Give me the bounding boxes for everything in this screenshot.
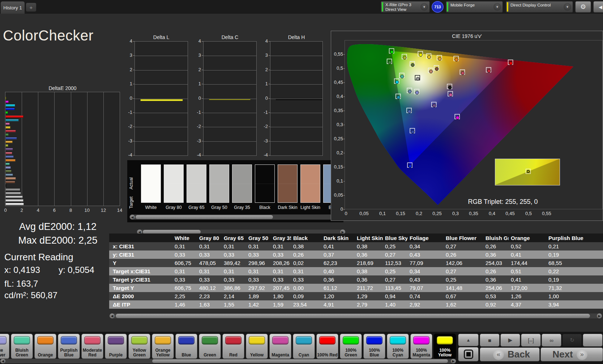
column-header-foliage: Foliage — [407, 234, 444, 242]
table-row: ΔE 20002,252,232,141,891,800,091,201,290… — [109, 292, 603, 300]
table-cell: 142,06 — [444, 259, 483, 267]
patch-button-100-yellow[interactable]: 100% Yellow — [434, 334, 456, 359]
table-cell: 0,31 — [246, 242, 271, 250]
measured-dot-foliage — [411, 63, 414, 67]
scroll-right-icon[interactable]: ▶ — [597, 313, 602, 318]
tick-mark — [133, 127, 134, 127]
x-tick-label: 0,55 — [541, 211, 552, 216]
patch-button-orange-yellow[interactable]: Orange Yellow — [152, 334, 174, 359]
table-row: x: CIE310,310,310,310,310,310,380,410,38… — [109, 242, 603, 250]
workflow-dropdown[interactable]: Mobile Forge ▼ — [446, 1, 503, 13]
measured-dot-yellow — [427, 55, 431, 59]
x-tick-label: 14 — [115, 207, 124, 213]
settings-button[interactable]: ⚙ — [575, 1, 591, 13]
gridline — [135, 56, 188, 56]
patch-button-yellow-green[interactable]: Yellow Green — [128, 334, 150, 359]
scroll-right-icon[interactable]: ▶ — [451, 359, 456, 363]
y-tick-label: -3 — [260, 138, 268, 144]
patch-button-100-red[interactable]: 100% Red — [316, 334, 338, 359]
cie-chromaticity-diagram[interactable] — [345, 40, 603, 209]
table-cell: 1,59 — [271, 300, 291, 309]
gridline — [204, 84, 256, 85]
table-corner — [109, 234, 172, 242]
measured-dot-blue — [411, 130, 414, 133]
display-control-dropdown[interactable]: Direct Display Control ▼ — [506, 1, 573, 13]
refresh-button[interactable]: ↻ — [562, 334, 582, 347]
table-cell: 0,38 — [291, 242, 321, 250]
patch-button-purple[interactable]: Purple — [105, 334, 127, 359]
y-tick-label: 0,4 — [332, 94, 343, 99]
swatch-divider — [301, 184, 320, 184]
table-cell: 2,79 — [355, 300, 383, 309]
patch-button-purplish-blue[interactable]: Purplish Blue — [58, 334, 80, 359]
scrollbar-thumb[interactable] — [152, 359, 448, 363]
tab-history-1[interactable]: History 1 — [1, 1, 25, 14]
patch-button-100-magenta[interactable]: 100% Magenta — [410, 334, 432, 359]
scroll-left-icon[interactable]: ◀ — [0, 359, 5, 363]
scroll-up-button[interactable]: ▲ — [458, 334, 479, 346]
patch-label: 100% Red — [317, 353, 338, 357]
measured-dot-magenta — [449, 93, 452, 97]
patch-button-100-cyan[interactable]: 100% Cyan — [387, 334, 409, 359]
display-status-bar — [507, 2, 508, 12]
table-cell: 0,36 — [483, 250, 509, 259]
meter-count-badge[interactable]: 713 — [432, 1, 444, 13]
meter-dropdown[interactable]: X-Rite i1Pro 3Direct View ▼ — [381, 1, 430, 13]
patch-button-moderate-red[interactable]: Moderate Red — [81, 334, 103, 359]
record-button[interactable] — [583, 334, 603, 347]
pattern-window-button[interactable]: [–] — [521, 334, 541, 347]
patch-button-yellow[interactable]: Yellow — [246, 334, 268, 359]
patch-chip — [37, 336, 54, 344]
table-cell: 0,31 — [197, 267, 222, 275]
table-cell: 4,37 — [509, 300, 546, 309]
gridline — [270, 84, 322, 85]
table-cell: 172,00 — [509, 284, 546, 292]
de-bar-moderate-red — [5, 152, 12, 154]
table-row: y: CIE310,330,330,330,330,330,260,370,36… — [109, 250, 603, 259]
scroll-left-icon[interactable]: ◀ — [130, 215, 135, 219]
y-tick-label: 0,35 — [332, 108, 343, 113]
patch-button-100-blue[interactable]: 100% Blue — [363, 334, 385, 359]
measured-dot-cyan — [397, 96, 400, 99]
back-button[interactable]: « Back — [480, 347, 540, 361]
table-cell: 77,09 — [407, 259, 444, 267]
tick-mark — [343, 153, 345, 153]
patch-button-blue-flower[interactable]: Blue Flower — [0, 334, 9, 359]
add-tab-button[interactable]: + — [26, 3, 36, 12]
patch-button-green[interactable]: Green — [199, 334, 221, 359]
workflow-dropdown-label: Mobile Forge — [450, 3, 475, 8]
patch-button-orange[interactable]: Orange — [34, 334, 56, 359]
table-cell: 174,44 — [509, 259, 546, 267]
column-header-blue-flower: Blue Flower — [444, 234, 483, 242]
x-tick-label: 0,05 — [359, 211, 369, 216]
patch-button-red[interactable]: Red — [222, 334, 244, 359]
tick-mark — [343, 209, 345, 210]
swatch-divider — [232, 184, 252, 184]
patch-button-blue[interactable]: Blue — [175, 334, 197, 359]
table-cell: 0,38 — [355, 267, 383, 275]
tick-mark — [202, 70, 203, 70]
x-tick-label: 6 — [50, 207, 59, 213]
pattern-position-button[interactable] — [458, 347, 479, 361]
patch-label: Purplish Blue — [58, 348, 80, 357]
y-tick-label: -1 — [260, 110, 268, 115]
y-tick-label: -3 — [193, 138, 201, 144]
loop-button[interactable]: ∞ — [542, 334, 561, 347]
patch-button-cyan[interactable]: Cyan — [293, 334, 315, 359]
column-header-gray-35: Gray 35 — [271, 234, 291, 242]
table-cell: 0,00 — [291, 284, 321, 292]
y-tick-label: 4 — [193, 38, 201, 44]
patch-button-bluish-green[interactable]: Bluish Green — [11, 334, 33, 359]
stop-button[interactable]: ■ — [480, 334, 500, 347]
scroll-left-icon[interactable]: ◀ — [110, 313, 115, 318]
play-button[interactable]: ▶ — [500, 334, 520, 347]
patch-button-100-green[interactable]: 100% Green — [340, 334, 362, 359]
scrollbar-thumb[interactable] — [116, 314, 590, 318]
lch-chart-1 — [203, 41, 257, 156]
patch-chip — [108, 336, 124, 344]
patch-button-magenta[interactable]: Magenta — [269, 334, 291, 359]
table-cell: 68,55 — [546, 259, 603, 267]
collapse-panel-button[interactable]: ◀ — [593, 1, 603, 13]
scrollbar-thumb[interactable] — [136, 215, 273, 219]
next-button[interactable]: Next » — [540, 347, 603, 361]
